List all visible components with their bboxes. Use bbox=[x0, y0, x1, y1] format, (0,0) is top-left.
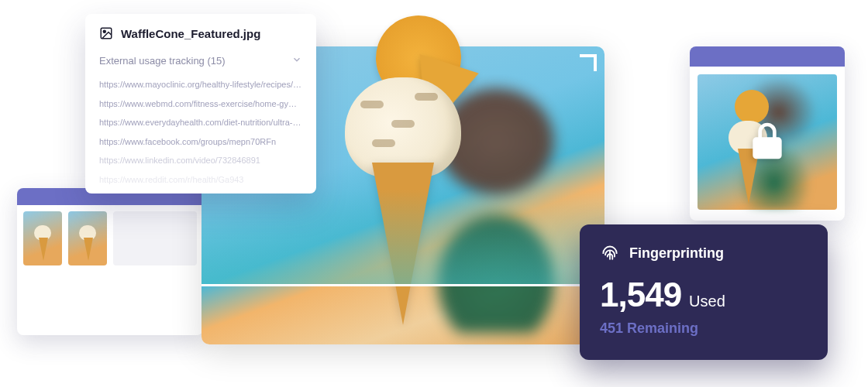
content-placeholder bbox=[113, 211, 197, 265]
thumbnail-browser-card bbox=[17, 188, 203, 335]
tracked-url[interactable]: https://www.linkedin.com/video/732846891 bbox=[99, 154, 302, 167]
image-icon bbox=[99, 26, 113, 40]
locked-asset-card bbox=[690, 46, 845, 221]
svg-point-1 bbox=[103, 30, 105, 33]
tracked-url[interactable]: https://www.facebook.com/groups/mepn70RF… bbox=[99, 135, 302, 149]
fingerprint-icon bbox=[600, 241, 620, 265]
tracked-url[interactable]: https://www.webmd.com/fitness-exercise/h… bbox=[99, 98, 302, 111]
fingerprint-used-count: 1,549 bbox=[600, 276, 681, 314]
external-usage-expander[interactable]: External usage tracking (15) bbox=[99, 54, 302, 67]
filename-label: WaffleCone_Featured.jpg bbox=[121, 27, 260, 40]
crop-corner-icon[interactable] bbox=[580, 54, 597, 71]
thumbnail[interactable] bbox=[68, 211, 107, 265]
locked-thumbnail[interactable] bbox=[698, 74, 837, 210]
tracked-url[interactable]: https://www.everydayhealth.com/diet-nutr… bbox=[99, 116, 302, 129]
photo-subject bbox=[345, 77, 461, 178]
thumbnail[interactable] bbox=[23, 211, 62, 265]
fingerprint-used-label: Used bbox=[689, 293, 725, 310]
url-list: https://www.mayoclinic.org/healthy-lifes… bbox=[99, 78, 302, 186]
usage-tracking-panel: WaffleCone_Featured.jpg External usage t… bbox=[85, 14, 316, 194]
window-title-bar bbox=[690, 46, 845, 67]
tracked-url[interactable]: https://www.mayoclinic.org/healthy-lifes… bbox=[99, 78, 302, 91]
lock-icon bbox=[746, 119, 789, 166]
tracked-url[interactable]: https://www.reddit.com/r/health/Ga943 bbox=[99, 173, 302, 187]
fingerprinting-title: Fingerprinting bbox=[629, 245, 724, 262]
fingerprint-remaining: 451 Remaining bbox=[600, 320, 808, 337]
expander-label: External usage tracking (15) bbox=[99, 55, 226, 67]
fingerprinting-card: Fingerprinting 1,549 Used 451 Remaining bbox=[580, 224, 828, 360]
chevron-down-icon bbox=[291, 54, 302, 67]
